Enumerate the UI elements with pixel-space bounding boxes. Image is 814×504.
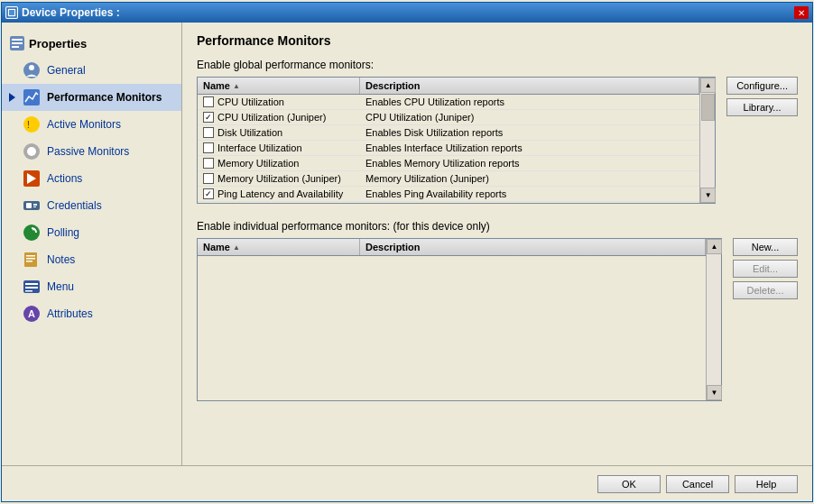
row1-name: CPU Utilization	[198, 95, 360, 109]
svg-rect-17	[33, 204, 37, 206]
library-button[interactable]: Library...	[726, 98, 798, 116]
table-row[interactable]: Disk Utilization Enables Disk Utilizatio…	[198, 125, 699, 141]
close-button[interactable]: ✕	[794, 6, 809, 19]
menu-icon	[22, 277, 42, 297]
individual-table-wrapper: Name ▲ Description	[197, 238, 722, 407]
name-sort-arrow: ▲	[233, 82, 240, 90]
table-row[interactable]: CPU Utilization (Juniper) CPU Utilizatio…	[198, 110, 699, 125]
row6-checkbox[interactable]	[203, 173, 214, 184]
attr-icon: A	[22, 304, 42, 324]
window-body: Properties General	[2, 23, 812, 465]
passive-icon	[22, 142, 42, 161]
notes-indicator	[7, 250, 16, 270]
svg-rect-3	[12, 39, 23, 41]
perf-indicator	[7, 87, 16, 107]
menu-indicator	[7, 277, 16, 297]
sidebar-title: Properties	[29, 37, 87, 50]
sidebar-item-menu[interactable]: Menu	[2, 273, 181, 300]
individual-label: Enable individual performance monitors: …	[197, 220, 798, 233]
global-col-desc[interactable]: Description	[360, 78, 699, 94]
ind-scroll-down[interactable]: ▼	[707, 385, 722, 400]
active-arrow	[9, 93, 15, 102]
ind-scroll-track	[707, 254, 721, 385]
row4-checkbox[interactable]	[203, 142, 214, 153]
sidebar-item-notes[interactable]: Notes	[2, 246, 181, 273]
ok-button[interactable]: OK	[597, 475, 661, 493]
sidebar-item-label-perf: Performance Monitors	[47, 91, 162, 104]
section-title: Performance Monitors	[197, 33, 798, 48]
sidebar-item-polling[interactable]: Polling	[2, 219, 181, 246]
row3-desc: Enables Disk Utilization reports	[360, 125, 699, 140]
global-button-column: Configure... Library...	[726, 77, 798, 209]
sidebar-item-label-creds: Credentials	[47, 199, 102, 212]
row7-checkbox[interactable]	[203, 188, 214, 199]
row5-desc: Enables Memory Utilization reports	[360, 156, 699, 170]
polling-icon	[22, 223, 42, 243]
ind-scroll-up[interactable]: ▲	[707, 239, 722, 254]
sidebar-item-label-notes: Notes	[47, 253, 75, 266]
svg-point-12	[27, 147, 36, 156]
sidebar-item-label-menu: Menu	[47, 280, 74, 293]
notes-icon	[22, 250, 42, 270]
svg-rect-1	[9, 10, 14, 15]
svg-rect-23	[26, 258, 35, 260]
active-mon-indicator	[7, 115, 16, 134]
table-row[interactable]: Ping Latency and Availability Enables Pi…	[198, 187, 699, 202]
window-title: Device Properties :	[22, 6, 120, 19]
sidebar-item-label-general: General	[47, 64, 86, 77]
sidebar-item-general[interactable]: General	[2, 57, 181, 84]
row3-name: Disk Utilization	[198, 125, 360, 140]
row2-desc: CPU Utilization (Juniper)	[360, 110, 699, 124]
svg-rect-4	[12, 42, 23, 44]
cancel-button[interactable]: Cancel	[666, 475, 729, 493]
ind-name-sort-arrow: ▲	[233, 243, 240, 252]
svg-rect-21	[24, 252, 37, 267]
scroll-track	[700, 93, 715, 188]
help-button[interactable]: Help	[735, 475, 798, 493]
individual-section: Name ▲ Description	[197, 238, 798, 407]
row1-checkbox[interactable]	[203, 96, 214, 107]
svg-text:!: !	[27, 120, 30, 130]
svg-rect-16	[26, 203, 32, 208]
global-table-header: Name ▲ Description	[198, 78, 699, 95]
delete-button[interactable]: Delete...	[733, 281, 798, 299]
sidebar-item-passive-monitors[interactable]: Passive Monitors	[2, 138, 181, 165]
table-row[interactable]: Interface Utilization Enables Interface …	[198, 141, 699, 156]
row3-checkbox[interactable]	[203, 127, 214, 138]
sidebar-item-actions[interactable]: Actions	[2, 165, 181, 192]
global-table-wrapper: Name ▲ Description	[197, 77, 716, 209]
sidebar-item-active-monitors[interactable]: ! Active Monitors	[2, 111, 181, 138]
ind-col-desc[interactable]: Description	[360, 239, 706, 255]
ind-col-name[interactable]: Name ▲	[198, 239, 360, 255]
row4-name: Interface Utilization	[198, 141, 360, 155]
table-row[interactable]: Memory Utilization Enables Memory Utiliz…	[198, 156, 699, 171]
row6-name: Memory Utilization (Juniper)	[198, 171, 360, 186]
new-button[interactable]: New...	[733, 238, 798, 256]
svg-rect-18	[33, 206, 36, 207]
table-row[interactable]: Memory Utilization (Juniper) Memory Util…	[198, 171, 699, 187]
scroll-thumb[interactable]	[701, 94, 715, 121]
sidebar-item-performance-monitors[interactable]: Performance Monitors	[2, 84, 181, 111]
edit-button[interactable]: Edit...	[733, 260, 798, 278]
configure-button[interactable]: Configure...	[726, 77, 798, 95]
row5-checkbox[interactable]	[203, 158, 214, 169]
row6-desc: Memory Utilization (Juniper)	[360, 171, 699, 186]
table-row[interactable]: CPU Utilization Enables CPU Utilization …	[198, 95, 699, 110]
scroll-up-arrow[interactable]: ▲	[700, 78, 716, 93]
individual-button-column: New... Edit... Delete...	[733, 238, 798, 407]
svg-point-7	[29, 65, 34, 70]
scroll-down-arrow[interactable]: ▼	[700, 188, 716, 203]
global-col-name[interactable]: Name ▲	[198, 78, 360, 94]
sidebar-item-credentials[interactable]: Credentials	[2, 192, 181, 219]
sidebar-item-attributes[interactable]: A Attributes	[2, 300, 181, 327]
svg-rect-24	[26, 261, 32, 262]
global-scrollbar[interactable]: ▲ ▼	[699, 78, 715, 203]
individual-scrollbar[interactable]: ▲ ▼	[706, 239, 721, 400]
row2-name: CPU Utilization (Juniper)	[198, 110, 360, 124]
svg-rect-22	[26, 255, 35, 257]
perf-icon	[22, 87, 42, 107]
passive-indicator	[7, 142, 16, 161]
global-label: Enable global performance monitors:	[197, 59, 798, 71]
actions-icon	[22, 169, 42, 188]
row2-checkbox[interactable]	[203, 112, 214, 123]
